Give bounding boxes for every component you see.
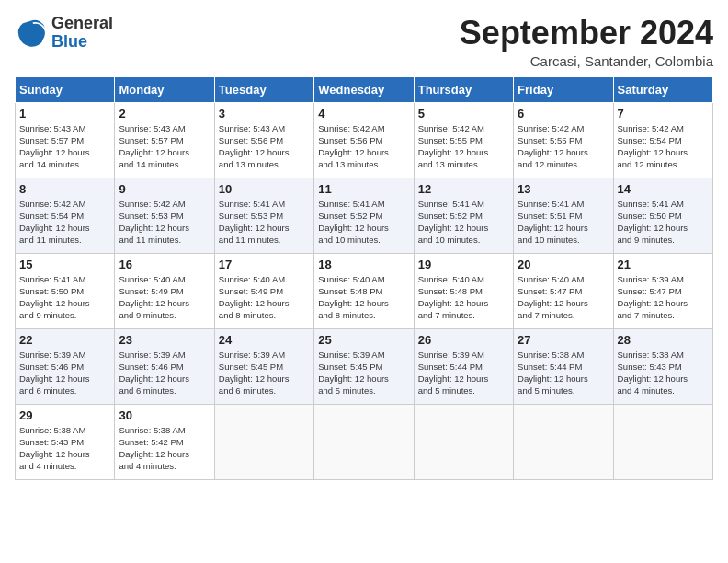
calendar-cell: 13Sunrise: 5:41 AM Sunset: 5:51 PM Dayli… [514, 178, 613, 253]
logo-general: General [51, 14, 113, 32]
logo-blue: Blue [51, 32, 87, 51]
calendar-cell [414, 404, 513, 479]
title-block: September 2024 Carcasi, Santander, Colom… [460, 15, 713, 69]
calendar-cell: 20Sunrise: 5:40 AM Sunset: 5:47 PM Dayli… [514, 253, 613, 328]
calendar-cell [613, 404, 712, 479]
calendar-cell: 26Sunrise: 5:39 AM Sunset: 5:44 PM Dayli… [414, 328, 513, 404]
day-number: 10 [219, 182, 310, 196]
calendar-cell: 2Sunrise: 5:43 AM Sunset: 5:57 PM Daylig… [115, 102, 214, 178]
day-number: 25 [318, 333, 409, 347]
day-info: Sunrise: 5:40 AM Sunset: 5:49 PM Dayligh… [119, 273, 210, 322]
calendar-cell: 28Sunrise: 5:38 AM Sunset: 5:43 PM Dayli… [613, 328, 712, 404]
day-number: 2 [119, 107, 210, 121]
day-number: 22 [19, 333, 110, 347]
calendar-cell [514, 404, 613, 479]
day-number: 1 [19, 107, 110, 121]
calendar-cell: 14Sunrise: 5:41 AM Sunset: 5:50 PM Dayli… [613, 178, 712, 253]
table-row: 29Sunrise: 5:38 AM Sunset: 5:43 PM Dayli… [16, 404, 713, 479]
day-info: Sunrise: 5:43 AM Sunset: 5:57 PM Dayligh… [19, 122, 110, 171]
calendar-cell: 23Sunrise: 5:39 AM Sunset: 5:46 PM Dayli… [115, 328, 214, 404]
col-wednesday: Wednesday [314, 76, 414, 102]
col-sunday: Sunday [16, 76, 115, 102]
calendar-cell: 7Sunrise: 5:42 AM Sunset: 5:54 PM Daylig… [613, 102, 712, 178]
day-info: Sunrise: 5:41 AM Sunset: 5:51 PM Dayligh… [518, 198, 609, 247]
calendar-cell: 29Sunrise: 5:38 AM Sunset: 5:43 PM Dayli… [16, 404, 115, 479]
day-info: Sunrise: 5:39 AM Sunset: 5:45 PM Dayligh… [219, 349, 310, 397]
day-info: Sunrise: 5:41 AM Sunset: 5:50 PM Dayligh… [19, 273, 110, 322]
day-info: Sunrise: 5:39 AM Sunset: 5:44 PM Dayligh… [418, 349, 509, 397]
day-number: 7 [618, 107, 709, 121]
day-info: Sunrise: 5:40 AM Sunset: 5:49 PM Dayligh… [219, 273, 310, 322]
calendar-body: 1Sunrise: 5:43 AM Sunset: 5:57 PM Daylig… [16, 102, 713, 479]
calendar-cell: 17Sunrise: 5:40 AM Sunset: 5:49 PM Dayli… [214, 253, 313, 328]
col-thursday: Thursday [414, 76, 513, 102]
day-info: Sunrise: 5:43 AM Sunset: 5:57 PM Dayligh… [119, 122, 210, 171]
calendar-cell: 25Sunrise: 5:39 AM Sunset: 5:45 PM Dayli… [314, 328, 414, 404]
day-number: 23 [119, 333, 210, 347]
day-number: 15 [19, 258, 110, 271]
day-number: 14 [618, 182, 709, 196]
day-info: Sunrise: 5:38 AM Sunset: 5:42 PM Dayligh… [119, 424, 210, 473]
calendar-cell: 10Sunrise: 5:41 AM Sunset: 5:53 PM Dayli… [214, 178, 313, 253]
day-info: Sunrise: 5:41 AM Sunset: 5:50 PM Dayligh… [618, 198, 709, 247]
calendar-cell: 24Sunrise: 5:39 AM Sunset: 5:45 PM Dayli… [214, 328, 313, 404]
day-number: 18 [318, 258, 409, 271]
calendar-cell: 8Sunrise: 5:42 AM Sunset: 5:54 PM Daylig… [16, 178, 115, 253]
col-saturday: Saturday [613, 76, 712, 102]
day-number: 9 [119, 182, 210, 196]
calendar-container: General Blue September 2024 Carcasi, San… [0, 0, 728, 488]
calendar-cell: 11Sunrise: 5:41 AM Sunset: 5:52 PM Dayli… [314, 178, 414, 253]
table-row: 22Sunrise: 5:39 AM Sunset: 5:46 PM Dayli… [16, 328, 713, 404]
calendar-table: Sunday Monday Tuesday Wednesday Thursday… [15, 76, 713, 480]
day-number: 12 [418, 182, 509, 196]
table-row: 1Sunrise: 5:43 AM Sunset: 5:57 PM Daylig… [16, 102, 713, 178]
calendar-cell [214, 404, 313, 479]
header: General Blue September 2024 Carcasi, San… [15, 15, 713, 69]
day-number: 11 [318, 182, 409, 196]
calendar-cell: 4Sunrise: 5:42 AM Sunset: 5:56 PM Daylig… [314, 102, 414, 178]
col-friday: Friday [514, 76, 613, 102]
calendar-cell: 16Sunrise: 5:40 AM Sunset: 5:49 PM Dayli… [115, 253, 214, 328]
col-tuesday: Tuesday [214, 76, 313, 102]
calendar-cell: 18Sunrise: 5:40 AM Sunset: 5:48 PM Dayli… [314, 253, 414, 328]
day-info: Sunrise: 5:38 AM Sunset: 5:43 PM Dayligh… [618, 349, 709, 397]
day-number: 26 [418, 333, 509, 347]
day-info: Sunrise: 5:39 AM Sunset: 5:46 PM Dayligh… [19, 349, 110, 397]
day-info: Sunrise: 5:41 AM Sunset: 5:52 PM Dayligh… [318, 198, 409, 247]
day-info: Sunrise: 5:39 AM Sunset: 5:45 PM Dayligh… [318, 349, 409, 397]
day-number: 30 [119, 408, 210, 422]
day-info: Sunrise: 5:42 AM Sunset: 5:55 PM Dayligh… [418, 122, 509, 171]
day-info: Sunrise: 5:42 AM Sunset: 5:54 PM Dayligh… [19, 198, 110, 247]
day-number: 24 [219, 333, 310, 347]
col-monday: Monday [115, 76, 214, 102]
month-title: September 2024 [460, 15, 713, 52]
day-info: Sunrise: 5:42 AM Sunset: 5:55 PM Dayligh… [518, 122, 609, 171]
day-info: Sunrise: 5:41 AM Sunset: 5:52 PM Dayligh… [418, 198, 509, 247]
day-number: 6 [518, 107, 609, 121]
calendar-cell: 22Sunrise: 5:39 AM Sunset: 5:46 PM Dayli… [16, 328, 115, 404]
day-number: 8 [19, 182, 110, 196]
calendar-cell: 9Sunrise: 5:42 AM Sunset: 5:53 PM Daylig… [115, 178, 214, 253]
day-info: Sunrise: 5:41 AM Sunset: 5:53 PM Dayligh… [219, 198, 310, 247]
day-info: Sunrise: 5:43 AM Sunset: 5:56 PM Dayligh… [219, 122, 310, 171]
day-number: 16 [119, 258, 210, 271]
table-row: 15Sunrise: 5:41 AM Sunset: 5:50 PM Dayli… [16, 253, 713, 328]
day-number: 5 [418, 107, 509, 121]
logo-text: General Blue [51, 15, 113, 52]
day-info: Sunrise: 5:42 AM Sunset: 5:54 PM Dayligh… [618, 122, 709, 171]
calendar-cell: 30Sunrise: 5:38 AM Sunset: 5:42 PM Dayli… [115, 404, 214, 479]
day-info: Sunrise: 5:39 AM Sunset: 5:47 PM Dayligh… [618, 273, 709, 322]
day-number: 19 [418, 258, 509, 271]
day-number: 3 [219, 107, 310, 121]
calendar-cell: 21Sunrise: 5:39 AM Sunset: 5:47 PM Dayli… [613, 253, 712, 328]
day-number: 29 [19, 408, 110, 422]
day-number: 20 [518, 258, 609, 271]
calendar-cell: 19Sunrise: 5:40 AM Sunset: 5:48 PM Dayli… [414, 253, 513, 328]
calendar-cell: 12Sunrise: 5:41 AM Sunset: 5:52 PM Dayli… [414, 178, 513, 253]
day-number: 21 [618, 258, 709, 271]
table-row: 8Sunrise: 5:42 AM Sunset: 5:54 PM Daylig… [16, 178, 713, 253]
day-number: 4 [318, 107, 409, 121]
logo: General Blue [15, 15, 113, 52]
day-info: Sunrise: 5:38 AM Sunset: 5:43 PM Dayligh… [19, 424, 110, 473]
calendar-cell: 3Sunrise: 5:43 AM Sunset: 5:56 PM Daylig… [214, 102, 313, 178]
